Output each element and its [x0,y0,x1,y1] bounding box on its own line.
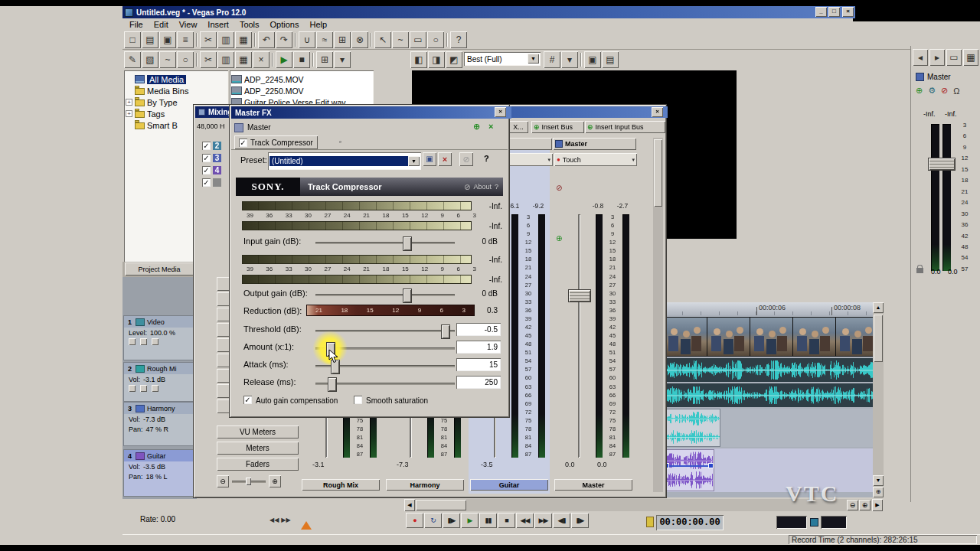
attack-value-field[interactable]: 15 [456,358,501,371]
fader-value[interactable]: 0.0 [565,461,591,468]
track-button[interactable] [152,338,158,345]
rate-label[interactable]: Rate: 0.00 [140,515,175,523]
plugin-chain-add-icon[interactable]: ⊕ [473,122,480,132]
auto-gain-checkbox[interactable]: ✓ [243,396,252,404]
paste-icon[interactable]: ▦ [235,31,252,48]
menu-item[interactable]: File [124,19,149,30]
fader-handle[interactable] [568,289,591,302]
video-thumbnail[interactable] [707,318,750,356]
close-button[interactable]: × [842,7,854,17]
fader-value[interactable]: 0.0 [948,268,958,276]
menu-item[interactable]: Help [304,19,332,30]
next-frame-button[interactable]: ▮▶ [571,513,589,528]
go-to-start-button[interactable]: ◀◀ [516,513,534,528]
cut-event-icon[interactable]: ✂ [200,51,217,68]
video-track-lane[interactable] [665,317,873,357]
plugin-chain-icon[interactable]: ⊕ [916,86,923,96]
eraser-tool-icon[interactable]: ▧ [142,51,158,68]
menu-item[interactable]: Tools [234,19,265,30]
input-gain-handle[interactable] [403,236,412,251]
track-info-value[interactable]: -7.3 dB [143,416,165,423]
pause-button[interactable]: ▮▮ [479,513,497,528]
paste-event-icon[interactable]: ▦ [235,51,252,68]
auto-ripple-icon[interactable]: ≈ [316,31,333,48]
prev-frame-button[interactable]: ◀▮ [553,513,570,528]
go-to-end-button[interactable]: ▶▶ [534,513,552,528]
about-link[interactable]: About [473,183,492,191]
track-enable-checkbox[interactable]: ✓ [202,142,211,150]
file-item[interactable]: ADP_2245.MOV [231,73,372,85]
audio-clip-rough-mix-left[interactable] [665,358,873,382]
selection-edit-tool-icon[interactable]: ▭ [410,31,426,48]
scrub-control[interactable]: ◀◀ ▶▶ [270,517,291,523]
save-icon[interactable]: ▣ [159,31,176,48]
dialog-close-button[interactable]: × [495,107,506,117]
menu-item[interactable]: Edit [149,19,174,30]
grid-overlay-icon[interactable]: # [544,51,560,68]
envelope-point[interactable] [709,464,713,468]
undo-icon[interactable]: ↶ [258,31,275,48]
insert-bus-button[interactable]: ⊕ Insert Bus [531,121,584,133]
stop-button[interactable]: ■ [498,513,515,528]
threshold-handle[interactable] [441,324,450,339]
track-info-value[interactable]: 18 % L [146,473,168,481]
play-button[interactable]: ▶ [461,513,479,528]
scrollbar-thumb[interactable] [416,500,466,510]
master-fader-handle[interactable] [928,158,956,171]
stop-preview-icon[interactable]: ■ [293,51,310,68]
strip-label[interactable]: Rough Mix [302,479,380,491]
window-titlebar[interactable]: Untitled.veg * - Vegas Pro 12.0 _ □ × [122,6,855,18]
track-enable-checkbox[interactable]: ✓ [202,178,211,187]
insert-fx-button[interactable]: X... [508,121,528,133]
timeline[interactable]: 00:00:06 00:00:08 [665,302,873,497]
track-enable-checkbox[interactable]: ✓ [202,154,211,162]
project-properties-icon[interactable]: ≡ [177,31,194,48]
track-info-value[interactable]: -3.1 dB [143,376,165,383]
maximize-button[interactable]: □ [828,7,840,17]
panel-left-icon[interactable]: ◂ [913,49,928,66]
zoom-edit-tool-icon[interactable]: ○ [427,31,444,48]
grid-overlay-dropdown-icon[interactable]: ▾ [561,51,578,68]
track-button[interactable] [152,385,158,392]
zoom-in-time-icon[interactable]: ⊕ [859,500,871,510]
output-gain-handle[interactable] [403,289,412,303]
zoom-in-icon[interactable]: ⊕ [269,475,281,487]
mixer-view-button[interactable]: Meters [217,442,299,455]
plugin-chain-remove-icon[interactable]: × [488,122,493,131]
track-title-bar[interactable]: 4 Guitar [124,450,197,461]
delete-event-icon[interactable]: × [253,51,270,68]
new-project-icon[interactable]: □ [124,31,141,48]
track-header-video[interactable]: 1 Video Level:100.0 % [124,316,197,360]
envelope-tool-icon[interactable]: ~ [159,51,176,68]
tree-item-media-bins[interactable]: Media Bins [126,85,225,96]
scrollbar-thumb[interactable] [654,139,662,207]
strip-label[interactable]: Guitar [470,479,548,491]
track-button[interactable] [140,385,147,392]
video-thumbnail[interactable] [793,318,836,356]
panel-grid-icon[interactable]: ▦ [963,49,978,66]
scrub-forward-icon[interactable]: ▶▶ [281,517,290,523]
amount-value-field[interactable]: 1.9 [456,341,501,354]
dropdown-arrow-icon[interactable]: ▼ [528,54,539,64]
snapping-icon[interactable]: ∪ [299,31,315,48]
video-overlay-icon[interactable]: ◨ [428,51,445,68]
plugin-enabled-checkbox[interactable]: ✓ [239,139,247,147]
time-display-icon[interactable] [646,517,654,527]
input-gain-slider[interactable] [315,242,455,244]
fader-track[interactable] [578,214,580,458]
scroll-up-icon[interactable]: ▲ [873,302,884,313]
panel-right-icon[interactable]: ▸ [929,49,945,66]
timeline-vscrollbar[interactable]: ▲ ▼ ⊕ [873,302,884,497]
guitar-track-lane[interactable] [665,448,873,492]
zoom-out-icon[interactable]: ⊖ [217,475,229,487]
mixer-view-button[interactable]: VU Meters [217,425,299,439]
video-thumbnail[interactable] [836,318,873,356]
scrub-rate-marker[interactable] [301,521,312,530]
zoom-slider-handle[interactable] [246,478,251,485]
open-icon[interactable]: ▤ [142,31,158,48]
tab-project-media[interactable]: Project Media [125,262,194,276]
about-help-icon[interactable]: ? [495,183,498,191]
lock-fader-icon[interactable] [916,268,923,273]
automation-mode-dropdown[interactable]: ●Touch▾ [554,153,637,166]
track-header-guitar[interactable]: 4 Guitar Vol:-3.5 dB Pan:18 % L [124,450,197,496]
